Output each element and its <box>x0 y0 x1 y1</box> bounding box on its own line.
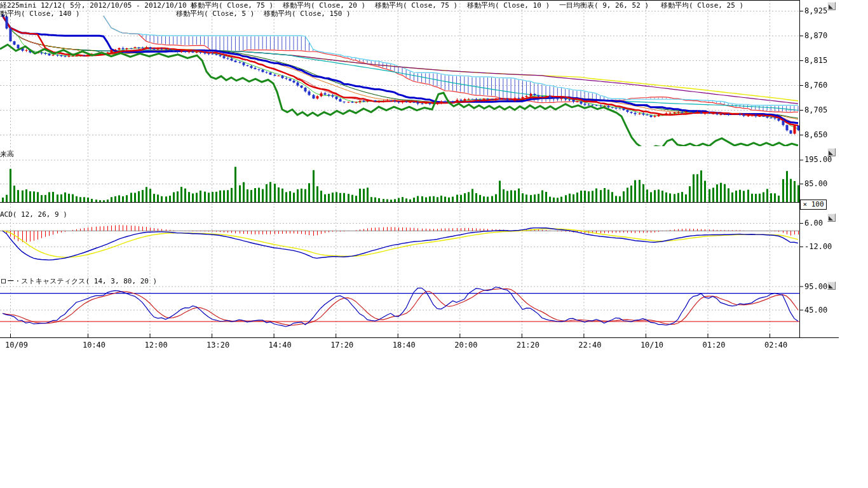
legend-item: 移動平均( Close, 5 ) <box>176 10 254 18</box>
legend-row-1: 経225mini 12/12( 5分, 2012/10/05 - 2012/10… <box>0 1 799 10</box>
y-axis-label: 85.00 <box>804 179 827 188</box>
x-axis-label: 20:00 <box>454 341 477 349</box>
macd-pane-label: ACD( 12, 26, 9 ) <box>0 210 67 219</box>
x-axis-label: 10:40 <box>83 341 105 349</box>
legend-item: 移動平均( Close, 10 ) <box>467 1 550 10</box>
stoch-pane-label: ロー・ストキャスティクス( 14, 3, 80, 20 ) <box>0 277 157 285</box>
x-axis-label: 10/09 <box>5 341 28 349</box>
x-axis-label: 21:20 <box>517 341 539 349</box>
x-axis-label: 14:40 <box>269 341 292 349</box>
x-axis-label: 13:20 <box>207 341 229 349</box>
x-axis-label: 10/10 <box>641 341 663 349</box>
volume-pane-label: 来高 <box>0 150 14 158</box>
y-axis-label: 8,870 <box>804 31 827 40</box>
y-axis-label: -12.00 <box>804 242 832 251</box>
y-axis-label: 6.00 <box>804 219 823 227</box>
y-axis-label: 8,650 <box>804 130 827 139</box>
macd-pane-resize-handle[interactable] <box>827 214 836 222</box>
legend-item: 移動平均( Close, 75 ) <box>375 1 458 10</box>
legend-item: 移動平均( Close, 20 ) <box>283 1 365 10</box>
y-axis-label: 8,815 <box>804 56 827 65</box>
legend-row-2: 動平均( Close, 140 )移動平均( Close, 5 )移動平均( C… <box>0 10 799 18</box>
x-axis-label: 18:40 <box>393 341 416 349</box>
price-pane-resize-handle[interactable] <box>827 2 836 10</box>
x-axis-label: 17:20 <box>330 341 353 349</box>
chart-canvas[interactable] <box>0 0 868 356</box>
legend-item: 一目均衡表( 9, 26, 52 ) <box>559 1 649 10</box>
stoch-pane-resize-handle[interactable] <box>827 281 836 290</box>
y-axis-label: 45.00 <box>804 306 827 315</box>
legend-item: 動平均( Close, 140 ) <box>0 10 80 18</box>
x-axis-label: 12:00 <box>144 341 167 349</box>
y-axis-label: 8,705 <box>804 105 827 114</box>
x-axis-label: 02:40 <box>764 341 787 349</box>
y-axis-label: 95.00 <box>804 282 827 291</box>
x-axis-label: 01:20 <box>702 341 725 349</box>
legend-item: 経225mini 12/12( 5分, 2012/10/05 - 2012/10… <box>0 1 195 10</box>
legend-item: 移動平均( Close, 150 ) <box>264 10 351 18</box>
legend-item: 移動平均( Close, 25 ) <box>661 1 743 10</box>
y-axis-label: 195.00 <box>804 155 832 164</box>
legend-item: 移動平均( Close, 75 ) <box>191 1 273 10</box>
y-axis-label: 8,760 <box>804 81 827 90</box>
chart-window: 経225mini 12/12( 5分, 2012/10/05 - 2012/10… <box>0 0 868 488</box>
x-axis-label: 22:40 <box>578 341 601 349</box>
volume-multiplier-badge: × 100 <box>800 200 827 210</box>
y-axis-label: 8,925 <box>804 6 827 15</box>
